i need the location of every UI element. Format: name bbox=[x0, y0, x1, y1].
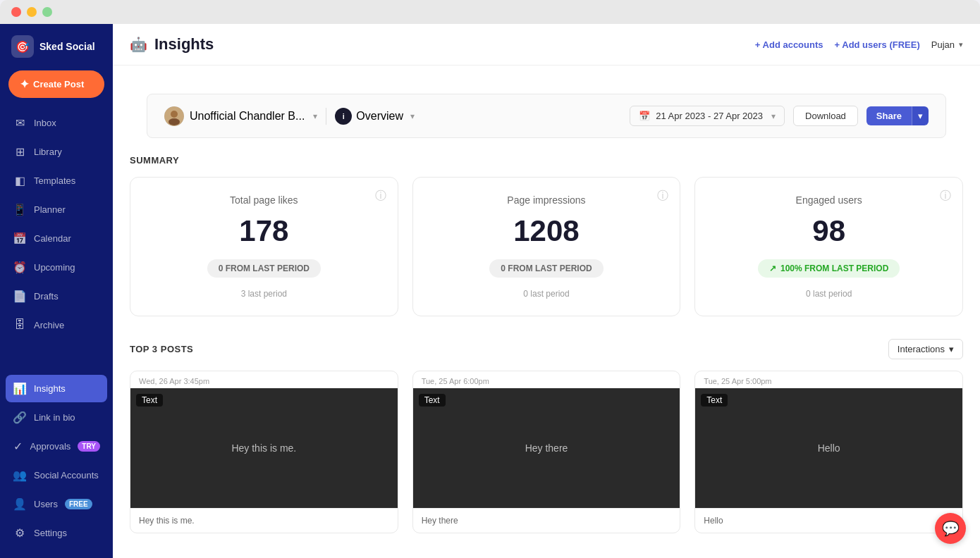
download-button[interactable]: Download bbox=[793, 106, 858, 126]
create-post-icon: ✦ bbox=[20, 78, 29, 91]
sidebar-item-upcoming[interactable]: ⏰ Upcoming bbox=[6, 254, 107, 281]
post-caption-3: Hello bbox=[695, 508, 962, 533]
view-type-filter[interactable]: i Overview ▾ bbox=[335, 108, 415, 125]
post-image-1: Text Hey this is me. bbox=[130, 388, 398, 508]
card-label-2: Page impressions bbox=[430, 194, 663, 206]
post-card-2: Tue, 25 Apr 6:00pm Text Hey there Hey th… bbox=[412, 371, 681, 533]
card-value-1: 178 bbox=[147, 214, 381, 248]
date-range-text: 21 Apr 2023 - 27 Apr 2023 bbox=[656, 111, 763, 121]
post-date-1: Wed, 26 Apr 3:45pm bbox=[130, 371, 398, 388]
templates-icon: ◧ bbox=[13, 174, 27, 187]
brand-icon: 🎯 bbox=[11, 35, 34, 58]
filter-divider-1 bbox=[326, 108, 326, 125]
sidebar-item-settings[interactable]: ⚙ Settings bbox=[6, 519, 107, 547]
summary-section: SUMMARY ⓘ Total page likes 178 0 FROM LA… bbox=[130, 155, 963, 316]
summary-cards: ⓘ Total page likes 178 0 FROM LAST PERIO… bbox=[130, 177, 963, 316]
interactions-label: Interactions bbox=[898, 344, 945, 354]
add-users-link[interactable]: + Add users (FREE) bbox=[835, 39, 920, 50]
sidebar-nav: ✉ Inbox ⊞ Library ◧ Templates 📱 Planner … bbox=[0, 109, 113, 375]
post-image-3: Text Hello bbox=[695, 388, 962, 508]
card-badge-text-1: 0 FROM LAST PERIOD bbox=[219, 264, 310, 273]
approvals-badge: TRY bbox=[78, 441, 100, 452]
view-type-chevron-icon: ▾ bbox=[410, 111, 415, 121]
post-image-text-2: Hey there bbox=[525, 442, 568, 454]
view-type-label: Overview bbox=[356, 110, 403, 123]
settings-icon: ⚙ bbox=[13, 526, 27, 540]
calendar-icon: 📅 bbox=[13, 232, 27, 245]
svg-point-1 bbox=[171, 111, 178, 118]
inbox-icon: ✉ bbox=[13, 116, 27, 130]
planner-icon: 📱 bbox=[13, 203, 27, 216]
add-accounts-link[interactable]: + Add accounts bbox=[755, 39, 823, 50]
insights-icon: 📊 bbox=[13, 382, 27, 395]
sidebar-item-link-in-bio[interactable]: 🔗 Link in bio bbox=[6, 404, 107, 431]
sidebar-item-inbox[interactable]: ✉ Inbox bbox=[6, 109, 107, 137]
minimize-button[interactable] bbox=[27, 7, 37, 17]
sidebar-bottom: 📊 Insights 🔗 Link in bio ✓ Approvals TRY… bbox=[0, 375, 113, 558]
drafts-icon: 📄 bbox=[13, 290, 27, 303]
share-dropdown-icon: ▾ bbox=[918, 111, 923, 121]
approvals-icon: ✓ bbox=[13, 440, 23, 453]
post-caption-2: Hey there bbox=[413, 508, 680, 533]
sidebar-item-archive[interactable]: 🗄 Archive bbox=[6, 311, 107, 338]
sidebar-item-users[interactable]: 👤 Users FREE bbox=[6, 490, 107, 518]
insights-page-icon: 🤖 bbox=[130, 36, 147, 53]
upcoming-icon: ⏰ bbox=[13, 261, 27, 274]
post-caption-1: Hey this is me. bbox=[130, 508, 398, 533]
sidebar-item-templates[interactable]: ◧ Templates bbox=[6, 167, 107, 194]
svg-point-2 bbox=[169, 118, 180, 125]
chat-icon: 💬 bbox=[942, 520, 960, 537]
sidebar-item-insights[interactable]: 📊 Insights bbox=[6, 375, 107, 402]
sidebar-item-approvals[interactable]: ✓ Approvals TRY bbox=[6, 433, 107, 460]
card-info-icon-2[interactable]: ⓘ bbox=[657, 189, 668, 204]
users-badge: FREE bbox=[65, 499, 92, 509]
card-badge-2: 0 FROM LAST PERIOD bbox=[489, 259, 603, 278]
summary-title: SUMMARY bbox=[130, 155, 963, 166]
sidebar-item-calendar[interactable]: 📅 Calendar bbox=[6, 225, 107, 252]
chat-bubble[interactable]: 💬 bbox=[935, 513, 966, 544]
post-image-text-1: Hey this is me. bbox=[231, 442, 296, 454]
user-menu[interactable]: Pujan ▾ bbox=[931, 39, 963, 50]
total-page-likes-card: ⓘ Total page likes 178 0 FROM LAST PERIO… bbox=[130, 177, 398, 316]
card-badge-arrow-3: ↗ bbox=[769, 264, 776, 273]
sidebar-item-planner[interactable]: 📱 Planner bbox=[6, 196, 107, 223]
card-last-3: 0 last period bbox=[712, 289, 945, 299]
card-badge-3: ↗ 100% FROM LAST PERIOD bbox=[758, 259, 900, 278]
topbar-right: + Add accounts + Add users (FREE) Pujan … bbox=[755, 39, 963, 50]
topbar-left: 🤖 Insights bbox=[130, 35, 214, 54]
post-card-3: Tue, 25 Apr 5:00pm Text Hello Hello bbox=[694, 371, 963, 533]
share-dropdown-button[interactable]: ▾ bbox=[912, 106, 929, 125]
card-value-2: 1208 bbox=[430, 214, 663, 248]
post-type-label-3: Text bbox=[701, 394, 728, 407]
main-content: 🤖 Insights + Add accounts + Add users (F… bbox=[113, 24, 980, 558]
top3-section: TOP 3 POSTS Interactions ▾ Wed, 26 Apr 3… bbox=[130, 339, 963, 533]
card-value-3: 98 bbox=[712, 214, 945, 248]
account-filter[interactable]: Unofficial Chandler B... ▾ bbox=[164, 106, 317, 126]
page-title: Insights bbox=[154, 35, 214, 54]
account-chevron-icon: ▾ bbox=[313, 111, 317, 121]
post-image-2: Text Hey there bbox=[413, 388, 680, 508]
card-info-icon-1[interactable]: ⓘ bbox=[375, 189, 386, 204]
close-button[interactable] bbox=[11, 7, 21, 17]
share-button[interactable]: Share bbox=[866, 106, 912, 125]
post-type-label-1: Text bbox=[136, 394, 163, 407]
users-icon: 👤 bbox=[13, 497, 27, 511]
content-area: Unofficial Chandler B... ▾ i Overview ▾ … bbox=[113, 66, 980, 558]
card-info-icon-3[interactable]: ⓘ bbox=[940, 189, 951, 204]
top3-title: TOP 3 POSTS bbox=[130, 344, 193, 354]
share-button-group: Share ▾ bbox=[866, 106, 929, 125]
create-post-button[interactable]: ✦ Create Post bbox=[8, 70, 104, 98]
sidebar-item-library[interactable]: ⊞ Library bbox=[6, 138, 107, 166]
interactions-select[interactable]: Interactions ▾ bbox=[888, 339, 963, 359]
link-icon: 🔗 bbox=[13, 411, 27, 424]
card-last-1: 3 last period bbox=[147, 289, 381, 299]
card-label-3: Engaged users bbox=[712, 194, 945, 206]
card-last-2: 0 last period bbox=[430, 289, 663, 299]
date-range-picker[interactable]: 📅 21 Apr 2023 - 27 Apr 2023 ▾ bbox=[630, 106, 785, 126]
user-chevron-icon: ▾ bbox=[959, 40, 963, 49]
maximize-button[interactable] bbox=[42, 7, 52, 17]
card-label-1: Total page likes bbox=[147, 194, 381, 206]
sidebar-item-social-accounts[interactable]: 👥 Social Accounts bbox=[6, 461, 107, 489]
sidebar: 🎯 Sked Social ✦ Create Post ✉ Inbox ⊞ Li… bbox=[0, 24, 113, 558]
sidebar-item-drafts[interactable]: 📄 Drafts bbox=[6, 283, 107, 310]
